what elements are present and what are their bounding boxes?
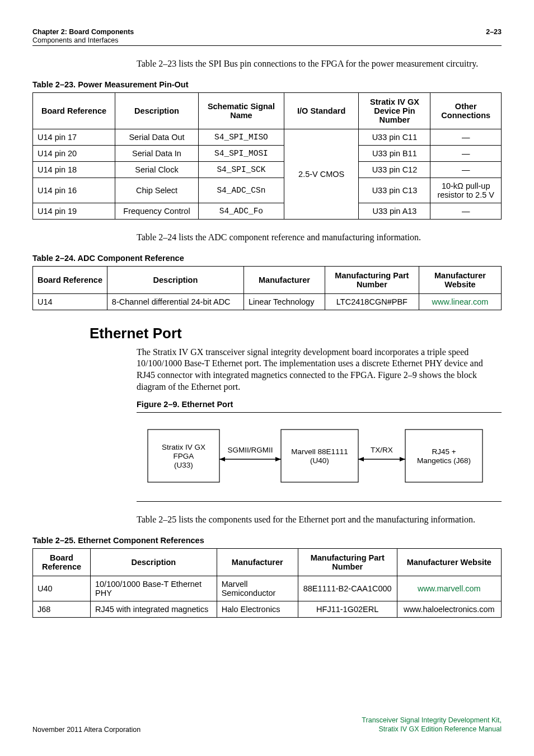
td: Serial Clock bbox=[115, 161, 199, 178]
td: — bbox=[430, 203, 502, 219]
table-225: Board Reference Description Manufacturer… bbox=[32, 548, 502, 618]
th: Schematic Signal Name bbox=[198, 92, 284, 129]
svg-marker-13 bbox=[358, 457, 364, 461]
td: S4_ADC_Fo bbox=[198, 203, 284, 219]
td: U14 pin 16 bbox=[33, 178, 115, 203]
table-row: U14 pin 19 Frequency Control S4_ADC_Fo U… bbox=[33, 203, 502, 219]
td: U33 pin A13 bbox=[359, 203, 430, 219]
table-row: Board Reference Description Manufacturer… bbox=[33, 266, 502, 293]
td: U33 pin C13 bbox=[359, 178, 430, 203]
td: U33 pin B11 bbox=[359, 145, 430, 161]
td: RJ45 with integrated magnetics bbox=[90, 601, 217, 617]
th: Manufacturer bbox=[217, 548, 298, 576]
td: U40 bbox=[33, 576, 91, 601]
th: Manufacturer Website bbox=[397, 548, 501, 576]
td: U14 pin 17 bbox=[33, 129, 115, 145]
td: 10-kΩ pull-up resistor to 2.5 V bbox=[430, 178, 502, 203]
td: LTC2418CGN#PBF bbox=[325, 293, 419, 310]
td: HFJ11-1G02ERL bbox=[298, 601, 397, 617]
svg-text:RJ45 +: RJ45 + bbox=[432, 447, 456, 456]
table-row: J68 RJ45 with integrated magnetics Halo … bbox=[33, 601, 502, 617]
th: Stratix IV GX Device Pin Number bbox=[359, 92, 430, 129]
table-row: U14 pin 17 Serial Data Out S4_SPI_MISO 2… bbox=[33, 129, 502, 145]
td: S4_ADC_CSn bbox=[198, 178, 284, 203]
th: Board Reference bbox=[33, 548, 91, 576]
td: S4_SPI_MISO bbox=[198, 129, 284, 145]
table-224: Board Reference Description Manufacturer… bbox=[32, 266, 502, 310]
table-225-caption: Table 2–25. Ethernet Component Reference… bbox=[32, 536, 502, 545]
section-ethernet-port: Ethernet Port bbox=[90, 325, 502, 342]
th: Description bbox=[115, 92, 199, 129]
th: Other Connections bbox=[430, 92, 502, 129]
td: U14 bbox=[33, 293, 107, 310]
svg-text:Marvell 88E1111: Marvell 88E1111 bbox=[291, 447, 348, 456]
intro-text-225: Table 2–25 lists the components used for… bbox=[137, 514, 502, 526]
footer-right-line1[interactable]: Transceiver Signal Integrity Development… bbox=[362, 716, 502, 725]
svg-rect-15 bbox=[405, 430, 483, 482]
table-row: U14 pin 16 Chip Select S4_ADC_CSn U33 pi… bbox=[33, 178, 502, 203]
table-row: Board Reference Description Schematic Si… bbox=[33, 92, 502, 129]
footer-left: November 2011 Altera Corporation bbox=[32, 726, 140, 734]
td: — bbox=[430, 129, 502, 145]
td: www.haloelectronics.com bbox=[397, 601, 501, 617]
td: Linear Technology bbox=[244, 293, 325, 310]
td: Marvell Semiconductor bbox=[217, 576, 298, 601]
figure-29: Stratix IV GXFPGA(U33)SGMII/RGMIIMarvell… bbox=[137, 412, 502, 502]
page-header: Chapter 2: Board Components Components a… bbox=[32, 28, 502, 46]
td: Chip Select bbox=[115, 178, 199, 203]
table-223-caption: Table 2–23. Power Measurement Pin-Out bbox=[32, 80, 502, 89]
website-link[interactable]: www.linear.com bbox=[419, 293, 501, 310]
svg-text:(U33): (U33) bbox=[174, 461, 193, 469]
td: U14 pin 18 bbox=[33, 161, 115, 178]
td: U14 pin 19 bbox=[33, 203, 115, 219]
td: 8-Channel differential 24-bit ADC bbox=[107, 293, 243, 310]
intro-text-223: Table 2–23 lists the SPI Bus pin connect… bbox=[137, 58, 502, 70]
table-row: U40 10/100/1000 Base-T Ethernet PHY Marv… bbox=[33, 576, 502, 601]
table-223: Board Reference Description Schematic Si… bbox=[32, 92, 502, 220]
svg-marker-14 bbox=[400, 457, 405, 461]
td: — bbox=[430, 161, 502, 178]
th: Manufacturing Part Number bbox=[325, 266, 419, 293]
th: Board Reference bbox=[33, 92, 115, 129]
table-row: U14 pin 18 Serial Clock S4_SPI_SCK U33 p… bbox=[33, 161, 502, 178]
td: — bbox=[430, 145, 502, 161]
footer-right-line2[interactable]: Stratix IV GX Edition Reference Manual bbox=[362, 725, 502, 734]
th: Manufacturing Part Number bbox=[298, 548, 397, 576]
svg-text:(U40): (U40) bbox=[310, 456, 329, 465]
table-row: Board Reference Description Manufacturer… bbox=[33, 548, 502, 576]
svg-text:SGMII/RGMII: SGMII/RGMII bbox=[228, 446, 273, 454]
th: Board Reference bbox=[33, 266, 107, 293]
table-row: U14 8-Channel differential 24-bit ADC Li… bbox=[33, 293, 502, 310]
td: Frequency Control bbox=[115, 203, 199, 219]
svg-marker-7 bbox=[275, 457, 281, 461]
chapter-subtitle: Components and Interfaces bbox=[32, 36, 134, 44]
th: Manufacturer Website bbox=[419, 266, 501, 293]
figure-29-svg: Stratix IV GXFPGA(U33)SGMII/RGMIIMarvell… bbox=[137, 425, 489, 487]
td: Serial Data In bbox=[115, 145, 199, 161]
td: Halo Electronics bbox=[217, 601, 298, 617]
th: Description bbox=[90, 548, 217, 576]
table-row: U14 pin 20 Serial Data In S4_SPI_MOSI U3… bbox=[33, 145, 502, 161]
td: J68 bbox=[33, 601, 91, 617]
website-link[interactable]: www.marvell.com bbox=[397, 576, 501, 601]
table-224-caption: Table 2–24. ADC Component Reference bbox=[32, 254, 502, 263]
svg-text:Mangetics (J68): Mangetics (J68) bbox=[417, 456, 471, 465]
td: 2.5-V CMOS bbox=[284, 129, 359, 219]
td: S4_SPI_MOSI bbox=[198, 145, 284, 161]
chapter-title: Chapter 2: Board Components bbox=[32, 28, 134, 36]
td: U33 pin C11 bbox=[359, 129, 430, 145]
td: Serial Data Out bbox=[115, 129, 199, 145]
td: S4_SPI_SCK bbox=[198, 161, 284, 178]
intro-text-224: Table 2–24 lists the ADC component refer… bbox=[137, 232, 502, 244]
svg-text:TX/RX: TX/RX bbox=[371, 446, 393, 454]
th: Description bbox=[107, 266, 243, 293]
td: 10/100/1000 Base-T Ethernet PHY bbox=[90, 576, 217, 601]
svg-rect-8 bbox=[281, 430, 358, 482]
td: 88E1111-B2-CAA1C000 bbox=[298, 576, 397, 601]
svg-text:FPGA: FPGA bbox=[174, 452, 194, 460]
svg-marker-6 bbox=[219, 457, 225, 461]
page-number: 2–23 bbox=[486, 28, 502, 44]
td: U33 pin C12 bbox=[359, 161, 430, 178]
figure-29-caption: Figure 2–9. Ethernet Port bbox=[137, 400, 502, 409]
page-footer: November 2011 Altera Corporation Transce… bbox=[32, 716, 502, 734]
